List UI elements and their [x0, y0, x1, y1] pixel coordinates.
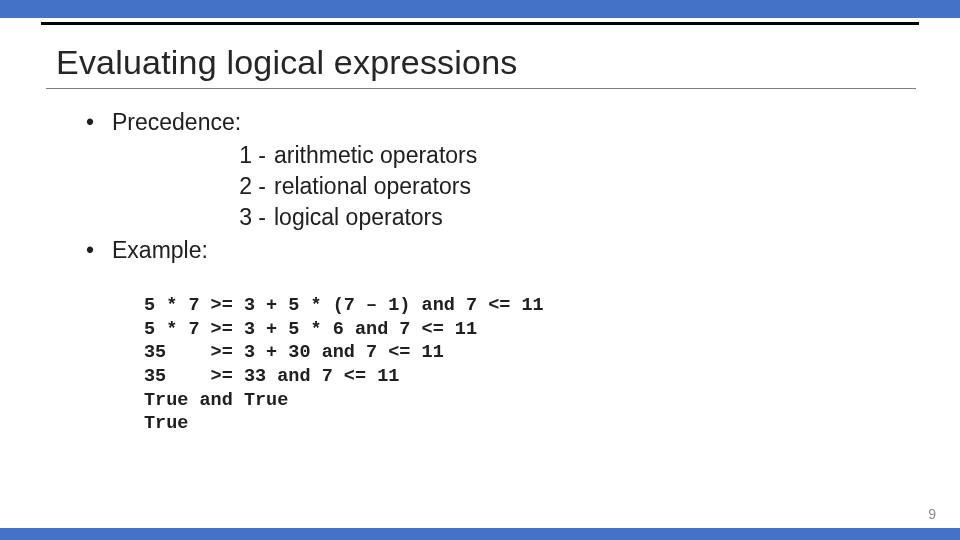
bullet-example: • Example: — [86, 235, 960, 266]
slide-content: • Precedence: 1 - arithmetic operators 2… — [86, 107, 960, 436]
precedence-num: 2 - — [228, 171, 274, 202]
slide-bottom-accent-bar — [0, 528, 960, 540]
slide-top-accent-bar — [0, 0, 960, 18]
code-line: 35 >= 3 + 30 and 7 <= 11 — [144, 342, 444, 363]
bullet-precedence: • Precedence: — [86, 107, 960, 138]
precedence-num: 3 - — [228, 202, 274, 233]
precedence-text: logical operators — [274, 202, 443, 233]
precedence-text: arithmetic operators — [274, 140, 477, 171]
slide-top-underline — [41, 22, 919, 25]
example-label: Example: — [112, 235, 208, 266]
example-code-block: 5 * 7 >= 3 + 5 * (7 – 1) and 7 <= 11 5 *… — [144, 270, 960, 436]
code-line: 35 >= 33 and 7 <= 11 — [144, 366, 399, 387]
code-line: True — [144, 413, 188, 434]
precedence-num: 1 - — [228, 140, 274, 171]
title-underline — [46, 88, 916, 89]
code-line: 5 * 7 >= 3 + 5 * 6 and 7 <= 11 — [144, 319, 477, 340]
code-line: 5 * 7 >= 3 + 5 * (7 – 1) and 7 <= 11 — [144, 295, 544, 316]
precedence-item: 1 - arithmetic operators — [228, 140, 960, 171]
bullet-glyph: • — [86, 107, 112, 138]
page-number: 9 — [928, 506, 936, 522]
precedence-text: relational operators — [274, 171, 471, 202]
precedence-item: 3 - logical operators — [228, 202, 960, 233]
bullet-glyph: • — [86, 235, 112, 266]
precedence-item: 2 - relational operators — [228, 171, 960, 202]
precedence-label: Precedence: — [112, 107, 241, 138]
slide-title: Evaluating logical expressions — [56, 43, 960, 82]
precedence-list: 1 - arithmetic operators 2 - relational … — [228, 140, 960, 233]
code-line: True and True — [144, 390, 288, 411]
